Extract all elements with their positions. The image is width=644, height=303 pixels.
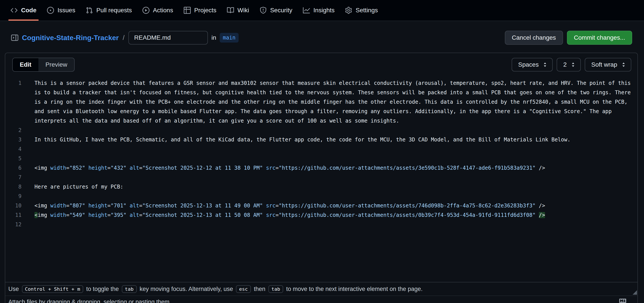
filename-input[interactable] [128, 31, 208, 44]
textarea-resize-grip[interactable] [632, 290, 637, 295]
tab-label: Security [270, 7, 292, 14]
code-text: <img width="549" height="395" alt="Scree… [34, 211, 634, 220]
line-number: 5 [5, 154, 22, 163]
hint-text: to move to the next interactive element … [284, 286, 422, 293]
tab-issues[interactable]: Issues [44, 0, 79, 21]
code-text [34, 220, 634, 229]
tab-preview[interactable]: Preview [38, 58, 74, 71]
gear-icon [345, 7, 352, 14]
line-number: 6 [5, 163, 22, 173]
breadcrumb: Cognitive-State-Ring-Tracker / in main [11, 31, 238, 44]
kbd-key: tab [122, 285, 137, 293]
line-number: 8 [5, 182, 22, 192]
file-editor-textarea[interactable]: 1This is a sensor packed device that fea… [5, 75, 638, 282]
kbd-key: tab [268, 285, 283, 293]
line-number: 7 [5, 173, 22, 182]
code-text [34, 144, 634, 154]
wrap-mode-select[interactable]: Soft wrap [585, 58, 631, 71]
tab-label: Actions [153, 7, 173, 14]
code-text: In this GitHub, I have the PCB, Schemati… [34, 135, 634, 144]
tab-insights[interactable]: Insights [300, 0, 338, 21]
code-text: Here are pictures of my PCB: [34, 182, 634, 192]
wrap-mode-value: Soft wrap [591, 61, 617, 68]
git-pull-request-icon [86, 7, 93, 14]
code-line-12: 12 [5, 220, 638, 229]
line-number: 12 [5, 220, 22, 229]
code-text: <img width="807" height="701" alt="Scree… [34, 201, 634, 211]
tab-actions[interactable]: Actions [139, 0, 177, 21]
indent-mode-select[interactable]: Spaces [512, 58, 553, 71]
line-number: 10 [5, 201, 22, 211]
table-icon [184, 7, 191, 14]
indent-size-select[interactable]: 2 [557, 58, 581, 71]
editor-settings: Spaces 2 Soft wrap [512, 58, 631, 71]
code-icon [10, 7, 18, 14]
code-line-7: 7 [5, 173, 638, 182]
file-editor-box: Edit Preview Spaces 2 Soft wrap 1This [5, 53, 638, 303]
code-text [34, 173, 634, 182]
repo-nav-tabs: CodeIssuesPull requestsActionsProjectsWi… [0, 0, 644, 21]
repo-name-link[interactable]: Cognitive-State-Ring-Tracker [22, 34, 119, 42]
selector-arrows-icon [621, 62, 626, 67]
selector-arrows-icon [542, 62, 548, 67]
issue-opened-icon [47, 7, 54, 14]
line-number: 4 [5, 144, 22, 154]
tab-label: Projects [194, 7, 216, 14]
hint-text: key moving focus. Alternatively, use [138, 286, 235, 293]
file-tree-expand-button[interactable] [11, 34, 18, 41]
code-text [34, 126, 634, 135]
code-line-2: 2 [5, 126, 638, 135]
commit-changes-button[interactable]: Commit changes... [567, 31, 632, 45]
editor-header: Cognitive-State-Ring-Tracker / in main C… [0, 21, 644, 45]
tab-security[interactable]: Security [256, 0, 296, 21]
book-icon [227, 7, 234, 14]
branch-badge[interactable]: main [220, 33, 238, 42]
line-number: 3 [5, 135, 22, 144]
code-text: This is a sensor packed device that feat… [34, 78, 634, 126]
line-number: 2 [5, 126, 22, 135]
header-actions: Cancel changes Commit changes... [505, 31, 632, 45]
code-lines: 1This is a sensor packed device that fea… [5, 78, 638, 229]
github-file-editor-page: CodeIssuesPull requestsActionsProjectsWi… [0, 0, 644, 303]
tab-edit[interactable]: Edit [13, 58, 38, 71]
sidebar-expand-icon [11, 34, 18, 41]
kbd-key: Control + Shift + m [22, 285, 84, 293]
tab-label: Pull requests [96, 7, 132, 14]
line-number: 9 [5, 192, 22, 201]
tab-projects[interactable]: Projects [180, 0, 220, 21]
indent-mode-value: Spaces [518, 61, 539, 68]
markdown-icon[interactable] [618, 297, 628, 303]
line-number: 11 [5, 211, 22, 220]
code-line-1: 1This is a sensor packed device that fea… [5, 78, 638, 126]
kbd-key: esc [236, 285, 251, 293]
tab-label: Code [21, 7, 36, 14]
tab-label: Issues [58, 7, 75, 14]
attach-files-bar[interactable]: Attach files by dragging & dropping, sel… [5, 296, 638, 303]
indent-size-value: 2 [563, 61, 567, 68]
cancel-changes-button[interactable]: Cancel changes [505, 31, 563, 45]
edit-preview-switcher: Edit Preview [12, 58, 75, 72]
code-line-6: 6<img width="852" height="432" alt="Scre… [5, 163, 638, 173]
code-line-3: 3In this GitHub, I have the PCB, Schemat… [5, 135, 638, 144]
tab-settings[interactable]: Settings [342, 0, 381, 21]
in-label: in [211, 34, 216, 41]
code-line-9: 9 [5, 192, 638, 201]
editor-toolbar: Edit Preview Spaces 2 Soft wrap [5, 53, 638, 75]
code-line-11: 11<img width="549" height="395" alt="Scr… [5, 211, 638, 220]
tab-label: Settings [356, 7, 378, 14]
selector-arrows-icon [570, 62, 576, 67]
code-text [34, 154, 634, 163]
code-text [34, 192, 634, 201]
code-line-4: 4 [5, 144, 638, 154]
shield-icon [260, 7, 267, 14]
graph-icon [303, 7, 310, 14]
accessibility-hint-bar: Use Control + Shift + m to toggle the ta… [5, 282, 638, 296]
tab-wiki[interactable]: Wiki [224, 0, 253, 21]
tab-code[interactable]: Code [7, 0, 40, 21]
code-line-10: 10<img width="807" height="701" alt="Scr… [5, 201, 638, 211]
hint-text: then [252, 286, 267, 293]
line-number: 1 [5, 78, 22, 126]
tab-pull-requests[interactable]: Pull requests [82, 0, 136, 21]
tab-label: Wiki [238, 7, 249, 14]
attach-files-text: Attach files by dragging & dropping, sel… [8, 299, 171, 303]
